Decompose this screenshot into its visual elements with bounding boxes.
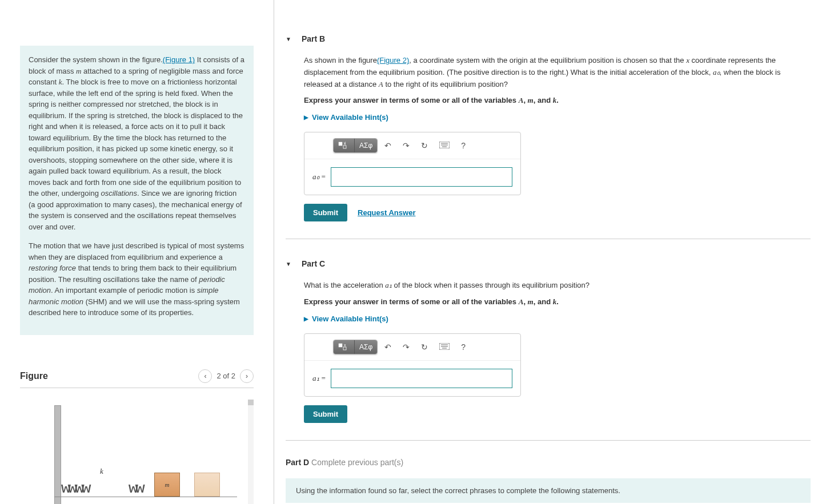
part-d-section: Part D Complete previous part(s) Using t… — [286, 458, 811, 503]
undo-button[interactable]: ↶ — [380, 341, 396, 353]
templates-button[interactable]: x — [334, 340, 355, 354]
caret-down-icon: ▼ — [286, 261, 291, 267]
part-b-header[interactable]: ▼ Part B — [286, 34, 811, 43]
figure-1-link[interactable]: (Figure 1) — [163, 55, 195, 64]
help-button[interactable]: ? — [456, 139, 470, 152]
part-d-info: Using the information found so far, sele… — [286, 478, 811, 503]
svg-rect-8 — [339, 344, 342, 347]
figure-ground — [54, 497, 237, 497]
part-b-instruction: Express your answer in terms of some or … — [304, 96, 811, 105]
figure-title: Figure — [20, 371, 48, 381]
part-b-request-answer-link[interactable]: Request Answer — [358, 208, 415, 217]
part-c-answer-box: x ΑΣφ ↶ ↷ ↻ ? a₁ = — [304, 333, 521, 397]
help-button[interactable]: ? — [456, 341, 470, 353]
reset-button[interactable]: ↻ — [416, 139, 432, 152]
figure-k-label: k — [100, 467, 103, 476]
part-b-submit-button[interactable]: Submit — [304, 204, 347, 221]
part-c-answer-input[interactable] — [331, 369, 512, 388]
problem-paragraph-1: Consider the system shown in the figure.… — [29, 54, 245, 232]
keyboard-button[interactable] — [435, 139, 454, 152]
part-d-header: Part D Complete previous part(s) — [286, 458, 811, 467]
part-b-answer-input[interactable] — [331, 167, 512, 187]
part-b-hints-toggle[interactable]: ▶ View Available Hint(s) — [304, 113, 811, 122]
part-b-section: ▼ Part B As shown in the figure(Figure 2… — [286, 34, 811, 239]
problem-statement: Consider the system shown in the figure.… — [20, 46, 254, 335]
templates-button[interactable]: x√ — [334, 139, 355, 152]
greek-button[interactable]: ΑΣφ — [355, 340, 377, 354]
triangle-right-icon: ▶ — [304, 316, 308, 322]
part-b-answer-box: x√ ΑΣφ ↶ ↷ ↻ ? a₀ = — [304, 132, 521, 195]
part-b-question: As shown in the figure(Figure 2), a coor… — [304, 55, 811, 90]
triangle-right-icon: ▶ — [304, 114, 308, 120]
figure-prev-button[interactable]: ‹ — [198, 369, 212, 383]
figure-wall — [54, 405, 61, 505]
figure-section: Figure ‹ 2 of 2 › k WWWW WW m 0 — [20, 369, 254, 505]
figure-2-link[interactable]: (Figure 2) — [377, 56, 409, 64]
caret-down-icon: ▼ — [286, 36, 291, 42]
svg-rect-10 — [343, 347, 346, 350]
redo-button[interactable]: ↷ — [398, 139, 414, 152]
keyboard-button[interactable] — [435, 341, 454, 353]
figure-block-ghost — [194, 473, 220, 497]
part-c-section: ▼ Part C What is the acceleration a₁ of … — [286, 259, 811, 441]
figure-counter: 2 of 2 — [216, 372, 235, 380]
part-c-input-label: a₁ = — [312, 374, 326, 383]
right-panel: ▼ Part B As shown in the figure(Figure 2… — [274, 0, 822, 504]
part-b-toolbar: x√ ΑΣφ ↶ ↷ ↻ ? — [304, 132, 520, 159]
figure-block: m — [154, 473, 180, 497]
undo-button[interactable]: ↶ — [380, 139, 396, 152]
keyboard-icon — [439, 142, 450, 148]
part-c-header[interactable]: ▼ Part C — [286, 259, 811, 268]
figure-next-button[interactable]: › — [240, 369, 254, 383]
part-c-question: What is the acceleration a₁ of the block… — [304, 280, 811, 292]
left-panel: Consider the system shown in the figure.… — [0, 0, 274, 504]
keyboard-icon — [439, 343, 450, 350]
problem-paragraph-2: The motion that we have just described i… — [29, 240, 245, 318]
figure-spring-2: WW — [129, 482, 142, 495]
svg-rect-2 — [343, 146, 346, 148]
part-c-hints-toggle[interactable]: ▶ View Available Hint(s) — [304, 315, 811, 323]
part-c-submit-button[interactable]: Submit — [304, 405, 347, 423]
figure-spring-1: WWWW — [61, 482, 88, 495]
part-c-instruction: Express your answer in terms of some or … — [304, 297, 811, 307]
svg-rect-0 — [339, 142, 342, 146]
reset-button[interactable]: ↻ — [416, 341, 432, 353]
part-c-toolbar: x ΑΣφ ↶ ↷ ↻ ? — [304, 334, 520, 361]
greek-button[interactable]: ΑΣφ — [355, 139, 377, 152]
svg-text:x: x — [344, 343, 346, 347]
figure-canvas: k WWWW WW m 0 A — [20, 400, 254, 505]
figure-scrollbar[interactable] — [248, 400, 254, 505]
part-b-input-label: a₀ = — [312, 172, 326, 182]
redo-button[interactable]: ↷ — [398, 341, 414, 353]
